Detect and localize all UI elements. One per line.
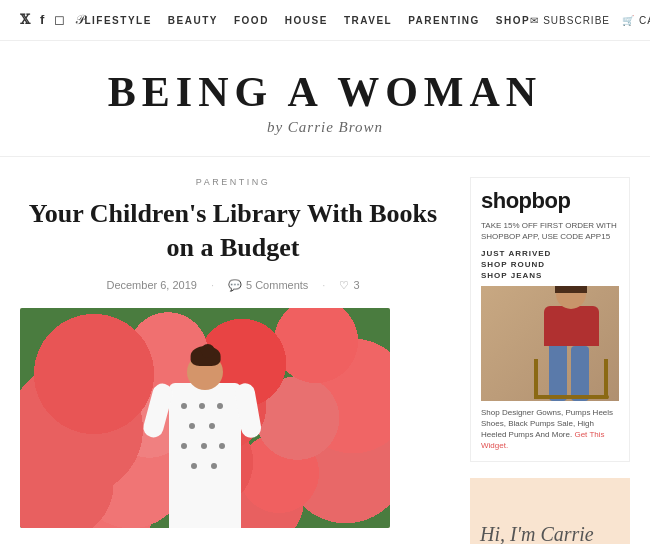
article-meta: December 6, 2019 · 💬 5 Comments · ♡ 3 (20, 279, 446, 292)
article-likes[interactable]: ♡ 3 (339, 279, 359, 292)
pinterest-icon[interactable]: 𝒫 (75, 12, 84, 28)
instagram-icon[interactable]: ◻ (54, 12, 65, 28)
cart-icon: 🛒 (622, 15, 635, 26)
meta-separator-1: · (211, 279, 214, 291)
article-comments[interactable]: 💬 5 Comments (228, 279, 308, 292)
nav-parenting[interactable]: Parenting (408, 15, 480, 26)
shopbop-advertisement: shopbop TAKE 15% OFF FIRST ORDER WITH SH… (470, 177, 630, 462)
shopbop-link-arrived[interactable]: JUST ARRIVED (481, 249, 619, 258)
main-menu: Lifestyle Beauty Food House Travel Paren… (84, 15, 530, 26)
site-header: BEING A WOMAN by Carrie Brown (0, 41, 650, 157)
site-title: BEING A WOMAN (20, 69, 630, 115)
facebook-icon[interactable]: f (40, 12, 44, 28)
heart-icon: ♡ (339, 279, 349, 292)
nav-house[interactable]: House (285, 15, 328, 26)
shopbop-link-jeans[interactable]: SHOP JEANS (481, 271, 619, 280)
hi-carrie-text: Hi, I'm Carrie (480, 523, 594, 544)
nav-travel[interactable]: Travel (344, 15, 392, 26)
shopbop-link-round[interactable]: SHOP ROUND (481, 260, 619, 269)
envelope-icon: ✉ (530, 15, 539, 26)
article-category: PARENTING (20, 177, 446, 187)
subscribe-button[interactable]: ✉ Subscribe (530, 15, 610, 26)
nav-shop[interactable]: Shop (496, 15, 530, 26)
cart-button[interactable]: 🛒 Cart (622, 15, 650, 26)
article-date: December 6, 2019 (106, 279, 197, 291)
sidebar: shopbop TAKE 15% OFF FIRST ORDER WITH SH… (470, 177, 630, 544)
nav-actions: ✉ Subscribe 🛒 Cart 🔍 (530, 15, 650, 26)
comment-icon: 💬 (228, 279, 242, 292)
shopbop-caption: Shop Designer Gowns, Pumps Heels Shoes, … (481, 407, 619, 452)
nav-lifestyle[interactable]: Lifestyle (84, 15, 151, 26)
site-subtitle: by Carrie Brown (20, 119, 630, 136)
shopbop-tagline: TAKE 15% OFF FIRST ORDER WITH SHOPBOP AP… (481, 220, 619, 242)
article-title: Your Children's Library With Books on a … (20, 197, 446, 265)
article-featured-image (20, 308, 390, 528)
social-icons: 𝕏 f ◻ 𝒫 (20, 12, 84, 28)
top-navigation: 𝕏 f ◻ 𝒫 Lifestyle Beauty Food House Trav… (0, 0, 650, 41)
meta-separator-2: · (322, 279, 325, 291)
nav-beauty[interactable]: Beauty (168, 15, 218, 26)
hi-carrie-section: Hi, I'm Carrie (470, 478, 630, 544)
content-wrapper: PARENTING Your Children's Library With B… (0, 177, 650, 544)
shopbop-logo: shopbop (481, 188, 619, 214)
twitter-icon[interactable]: 𝕏 (20, 12, 30, 28)
main-content: PARENTING Your Children's Library With B… (20, 177, 446, 544)
nav-food[interactable]: Food (234, 15, 269, 26)
shopbop-product-image (481, 286, 619, 401)
